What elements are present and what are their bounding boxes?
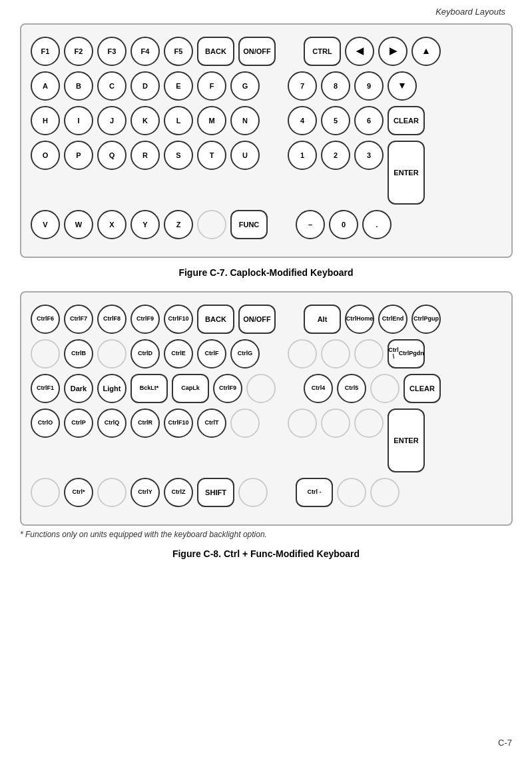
key-empty-c2-1 <box>31 339 60 369</box>
key-w[interactable]: W <box>64 210 93 239</box>
key-g[interactable]: G <box>230 71 260 101</box>
key-back[interactable]: BACK <box>197 37 234 66</box>
key-d[interactable]: D <box>131 71 160 101</box>
key-ctrl-r[interactable]: CtrlR <box>131 408 160 438</box>
key-ctrl-5[interactable]: Ctrl5 <box>337 374 366 403</box>
key-2[interactable]: 2 <box>321 141 350 170</box>
key-ctrl-f7[interactable]: CtrlF7 <box>64 305 93 334</box>
key-m[interactable]: M <box>197 106 226 135</box>
key-back-c8[interactable]: BACK <box>197 305 234 334</box>
key-ctrl-e[interactable]: CtrlE <box>164 339 193 369</box>
key-x[interactable]: X <box>97 210 127 239</box>
key-4[interactable]: 4 <box>288 106 317 135</box>
key-empty-c5-2 <box>97 478 127 507</box>
key-ctrl-p[interactable]: CtrlP <box>64 408 93 438</box>
key-q[interactable]: Q <box>97 141 127 170</box>
key-ctrl-t[interactable]: CtrlT <box>197 408 226 438</box>
key-ctrl-pgup[interactable]: CtrlPgup <box>411 305 441 334</box>
key-ctrl-y[interactable]: CtrlY <box>131 478 160 507</box>
key-f4[interactable]: F4 <box>131 37 160 66</box>
key-f2[interactable]: F2 <box>64 37 93 66</box>
key-s[interactable]: S <box>164 141 193 170</box>
key-onoff-c8[interactable]: ON/OFF <box>238 305 276 334</box>
key-1[interactable]: 1 <box>288 141 317 170</box>
key-n[interactable]: N <box>230 106 260 135</box>
key-c[interactable]: C <box>97 71 127 101</box>
key-9[interactable]: 9 <box>354 71 384 101</box>
key-period[interactable]: . <box>362 210 392 239</box>
key-5[interactable]: 5 <box>321 106 350 135</box>
key-ctrl-4[interactable]: Ctrl4 <box>304 374 333 403</box>
key-ctrl-g[interactable]: CtrlG <box>230 339 260 369</box>
figure7-caption: Figure C-7. Caplock-Modified Keyboard <box>20 267 512 278</box>
key-up[interactable]: ▲ <box>411 37 441 66</box>
key-ctrl-minus[interactable]: Ctrl - <box>296 478 333 507</box>
key-alt[interactable]: Alt <box>304 305 341 334</box>
key-8[interactable]: 8 <box>321 71 350 101</box>
key-e[interactable]: E <box>164 71 193 101</box>
key-ctrl-f[interactable]: CtrlF <box>197 339 226 369</box>
key-clear-c8[interactable]: CLEAR <box>403 374 441 403</box>
key-6[interactable]: 6 <box>354 106 384 135</box>
key-b[interactable]: B <box>64 71 93 101</box>
key-a[interactable]: A <box>31 71 60 101</box>
key-clear[interactable]: CLEAR <box>388 106 425 135</box>
key-onoff[interactable]: ON/OFF <box>238 37 276 66</box>
key-ctrl-b[interactable]: CtrlB <box>64 339 93 369</box>
key-f1[interactable]: F1 <box>31 37 60 66</box>
key-empty-c4-1 <box>230 408 260 438</box>
key-o[interactable]: O <box>31 141 60 170</box>
key-empty-1 <box>197 210 226 239</box>
key-k[interactable]: K <box>131 106 160 135</box>
key-ctrl-q[interactable]: CtrlQ <box>97 408 127 438</box>
key-ctrl-end[interactable]: CtrlEnd <box>378 305 407 334</box>
ctrl-row-3: CtrlF1 Dark Light BckLt* CapLk CtrlF9 Ct… <box>31 374 502 403</box>
figure8-footnote: * Functions only on units equipped with … <box>20 530 513 539</box>
key-ctrl-z[interactable]: CtrlZ <box>164 478 193 507</box>
key-enter-c8[interactable]: ENTER <box>388 408 425 472</box>
key-ctrl-home[interactable]: CtrlHome <box>345 305 374 334</box>
key-func[interactable]: FUNC <box>230 210 268 239</box>
key-light[interactable]: Light <box>97 374 127 403</box>
key-u[interactable]: U <box>230 141 260 170</box>
key-7[interactable]: 7 <box>288 71 317 101</box>
key-f[interactable]: F <box>197 71 226 101</box>
key-0[interactable]: 0 <box>329 210 358 239</box>
key-ctrl-f10-r4[interactable]: CtrlF10 <box>164 408 193 438</box>
key-shift[interactable]: SHIFT <box>197 478 234 507</box>
key-empty-c2-3 <box>288 339 317 369</box>
key-right[interactable]: ▶ <box>378 37 407 66</box>
key-f5[interactable]: F5 <box>164 37 193 66</box>
key-caplk[interactable]: CapLk <box>172 374 209 403</box>
key-ctrl-f8[interactable]: CtrlF8 <box>97 305 127 334</box>
key-r[interactable]: R <box>131 141 160 170</box>
key-3[interactable]: 3 <box>354 141 384 170</box>
key-l[interactable]: L <box>164 106 193 135</box>
key-bcklt[interactable]: BckLt* <box>131 374 168 403</box>
key-h[interactable]: H <box>31 106 60 135</box>
key-ctrl-f6[interactable]: CtrlF6 <box>31 305 60 334</box>
keyboard-row-5: V W X Y Z FUNC – 0 . <box>31 210 502 239</box>
key-dash[interactable]: – <box>296 210 325 239</box>
key-f3[interactable]: F3 <box>97 37 127 66</box>
key-ctrl-d[interactable]: CtrlD <box>131 339 160 369</box>
key-ctrl-f9-r3[interactable]: CtrlF9 <box>213 374 242 403</box>
key-t[interactable]: T <box>197 141 226 170</box>
key-ctrl-star[interactable]: Ctrl* <box>64 478 93 507</box>
key-ctrl-f10[interactable]: CtrlF10 <box>164 305 193 334</box>
key-ctrl-f9[interactable]: CtrlF9 <box>131 305 160 334</box>
key-ctrl-f1[interactable]: CtrlF1 <box>31 374 60 403</box>
key-ctrl[interactable]: CTRL <box>304 37 341 66</box>
key-down[interactable]: ▼ <box>388 71 417 101</box>
key-ctrl-o[interactable]: CtrlO <box>31 408 60 438</box>
key-y[interactable]: Y <box>131 210 160 239</box>
key-left[interactable]: ◀ <box>345 37 374 66</box>
key-j[interactable]: J <box>97 106 127 135</box>
key-enter[interactable]: ENTER <box>388 141 425 205</box>
key-v[interactable]: V <box>31 210 60 239</box>
key-z[interactable]: Z <box>164 210 193 239</box>
key-i[interactable]: I <box>64 106 93 135</box>
key-dark[interactable]: Dark <box>64 374 93 403</box>
key-p[interactable]: P <box>64 141 93 170</box>
key-ctrl-backslash-pgdn[interactable]: Ctrl \CtrlPgdn <box>388 339 425 369</box>
